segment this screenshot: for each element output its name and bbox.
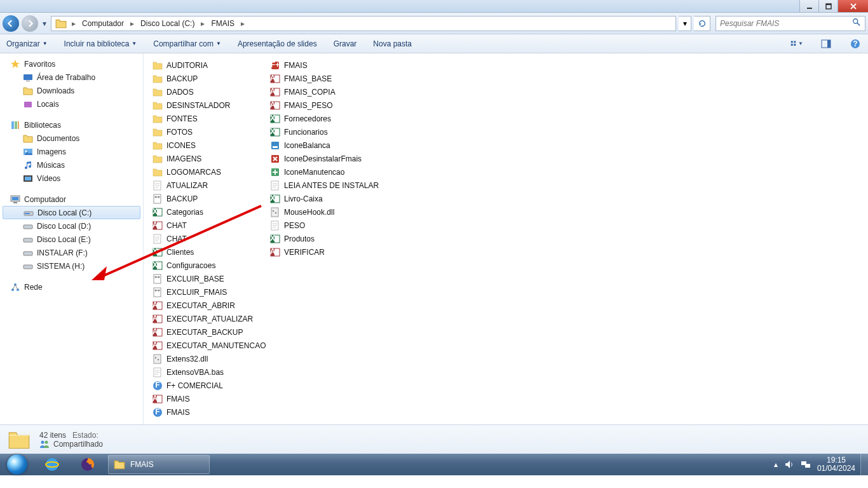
sidebar-favorites[interactable]: Favoritos: [0, 57, 143, 71]
preview-pane-button[interactable]: [820, 37, 832, 50]
search-input[interactable]: [720, 19, 852, 28]
file-item[interactable]: ATUALIZAR: [151, 179, 269, 192]
file-item[interactable]: BACKUP: [151, 192, 269, 205]
sidebar-drive-f[interactable]: INSTALAR (F:): [0, 246, 143, 259]
file-item[interactable]: Livro-Caixa: [269, 192, 386, 205]
start-button[interactable]: [0, 454, 34, 475]
file-item[interactable]: Configuracoes: [151, 259, 269, 272]
file-item[interactable]: Fornecedores: [269, 112, 386, 125]
file-name: PESO: [284, 221, 305, 230]
refresh-button[interactable]: [694, 16, 710, 31]
file-item[interactable]: AUDITORIA: [151, 58, 269, 72]
file-item[interactable]: ExtensoVBA.bas: [151, 365, 269, 379]
sidebar-label: INSTALAR (F:): [37, 248, 88, 257]
file-item[interactable]: EXECUTAR_ATUALIZAR: [151, 312, 269, 325]
file-item[interactable]: EXECUTAR_BACKUP: [151, 325, 269, 339]
file-item[interactable]: FONTES: [151, 112, 269, 125]
tray-chevron-icon[interactable]: ▴: [774, 460, 778, 469]
address-dropdown[interactable]: ▾: [679, 16, 691, 31]
file-item[interactable]: Extens32.dll: [151, 352, 269, 365]
help-button[interactable]: ?: [849, 37, 862, 50]
file-item[interactable]: FMAIS_COPIA: [269, 85, 386, 98]
sidebar-images[interactable]: Imagens: [0, 145, 143, 158]
file-item[interactable]: CHAT: [151, 232, 269, 245]
file-item[interactable]: FOTOS: [151, 125, 269, 139]
sidebar-computer[interactable]: Computador: [0, 193, 143, 206]
file-item[interactable]: PESO: [269, 219, 386, 232]
file-item[interactable]: LOGOMARCAS: [151, 165, 269, 179]
file-item[interactable]: ICONES: [151, 139, 269, 152]
sidebar-documents[interactable]: Documentos: [0, 132, 143, 145]
back-button[interactable]: [3, 15, 19, 32]
taskbar-task-fmais[interactable]: FMAIS: [108, 455, 210, 474]
file-item[interactable]: IconeBalanca: [269, 139, 386, 152]
crumb-computer[interactable]: Computador: [78, 17, 128, 30]
file-item[interactable]: Produtos: [269, 232, 386, 245]
file-item[interactable]: EXECUTAR_ABRIR: [151, 299, 269, 312]
crumb-fmais[interactable]: FMAIS: [207, 17, 238, 30]
new-folder-button[interactable]: Nova pasta: [373, 39, 412, 48]
taskbar-firefox[interactable]: [71, 455, 104, 474]
sidebar-desktop[interactable]: Área de Trabalho: [0, 71, 143, 84]
file-item[interactable]: FMAIS_BASE: [269, 72, 386, 85]
chevron-icon[interactable]: ▸: [238, 19, 247, 28]
file-item[interactable]: FMAIS: [151, 405, 269, 419]
file-item[interactable]: FMAIS: [269, 58, 386, 72]
maximize-button[interactable]: [818, 0, 837, 12]
burn-button[interactable]: Gravar: [334, 39, 357, 48]
sidebar-drive-h[interactable]: SISTEMA (H:): [0, 259, 143, 273]
address-bar[interactable]: ▸ Computador ▸ Disco Local (C:) ▸ FMAIS …: [51, 16, 676, 31]
file-item[interactable]: VERIFICAR: [269, 245, 386, 259]
file-item[interactable]: DADOS: [151, 85, 269, 98]
file-item[interactable]: IMAGENS: [151, 152, 269, 165]
sidebar-drive-e[interactable]: Disco Local (E:): [0, 233, 143, 246]
file-item[interactable]: CHAT: [151, 219, 269, 232]
file-item[interactable]: BACKUP: [151, 72, 269, 85]
file-item[interactable]: Categorias: [151, 205, 269, 219]
file-item[interactable]: EXECUTAR_MANUTENCAO: [151, 339, 269, 352]
sidebar-videos[interactable]: Vídeos: [0, 172, 143, 185]
sidebar-network[interactable]: Rede: [0, 280, 143, 294]
file-item[interactable]: Funcionarios: [269, 125, 386, 139]
file-item[interactable]: FMAIS_PESO: [269, 98, 386, 112]
crumb-c[interactable]: Disco Local (C:): [137, 17, 198, 30]
file-item[interactable]: DESINSTALADOR: [151, 98, 269, 112]
chevron-icon[interactable]: ▸: [69, 19, 78, 28]
chevron-down-icon: ▼: [43, 41, 48, 46]
chevron-icon[interactable]: ▸: [198, 19, 207, 28]
organize-menu[interactable]: Organizar ▼: [6, 39, 48, 48]
search-box[interactable]: [715, 16, 865, 31]
forward-button[interactable]: [22, 15, 38, 32]
view-options-button[interactable]: ▼: [790, 37, 803, 50]
sidebar-places[interactable]: Locais: [0, 97, 143, 111]
tray-network-icon[interactable]: [801, 460, 811, 469]
file-list-pane[interactable]: AUDITORIABACKUPDADOSDESINSTALADORFONTESF…: [144, 53, 868, 424]
file-item[interactable]: F+ COMERCIAL: [151, 379, 269, 392]
tray-clock[interactable]: 19:15 01/04/2024: [817, 456, 855, 473]
sidebar-music[interactable]: Músicas: [0, 158, 143, 172]
file-item[interactable]: EXCLUIR_FMAIS: [151, 285, 269, 299]
svg-rect-12: [24, 74, 32, 80]
sidebar-drive-c[interactable]: Disco Local (C:): [3, 206, 140, 219]
tray-volume-icon[interactable]: [784, 460, 794, 469]
slideshow-button[interactable]: Apresentação de slides: [238, 39, 317, 48]
sidebar-downloads[interactable]: Downloads: [0, 84, 143, 97]
file-item[interactable]: MouseHook.dll: [269, 205, 386, 219]
show-desktop-button[interactable]: [860, 454, 868, 475]
sidebar-libraries[interactable]: Bibliotecas: [0, 118, 143, 132]
file-item[interactable]: EXCLUIR_BASE: [151, 272, 269, 285]
file-item[interactable]: IconeDesinstalarFmais: [269, 152, 386, 165]
share-menu[interactable]: Compartilhar com ▼: [153, 39, 221, 48]
taskbar-ie[interactable]: [36, 455, 69, 474]
file-item[interactable]: IconeManutencao: [269, 165, 386, 179]
minimize-button[interactable]: [799, 0, 818, 12]
include-library-menu[interactable]: Incluir na biblioteca ▼: [64, 39, 137, 48]
chevron-icon[interactable]: ▸: [128, 19, 137, 28]
sidebar-drive-d[interactable]: Disco Local (D:): [0, 219, 143, 233]
nav-history-dropdown[interactable]: ▾: [41, 15, 48, 32]
file-item[interactable]: LEIA ANTES DE INSTALAR: [269, 179, 386, 192]
close-button[interactable]: [837, 0, 868, 12]
file-item[interactable]: Clientes: [151, 245, 269, 259]
search-icon[interactable]: [852, 18, 861, 29]
file-item[interactable]: FMAIS: [151, 392, 269, 405]
